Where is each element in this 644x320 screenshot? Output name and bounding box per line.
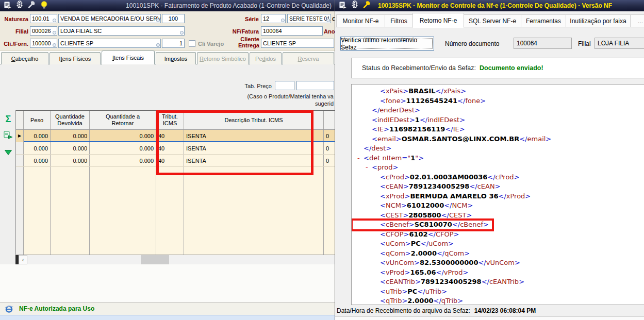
tab-sql-server-nfe[interactable]: SQL Server NF-e (464, 14, 521, 27)
grid-column-header[interactable]: TriOr (324, 111, 335, 129)
tab-itens-fiscais[interactable]: Itens Fiscais (102, 50, 155, 64)
grid-cell[interactable]: ISENTA (184, 130, 324, 142)
filial-field[interactable]: LOJA FILIA (595, 38, 644, 49)
natureza-desc-field[interactable]: VENDA DE MERCADORIA E/OU SERVI (58, 14, 161, 23)
grid-cell[interactable]: 0 (324, 142, 335, 154)
tab-ferramentas[interactable]: Ferramentas (521, 14, 566, 27)
tab-preco-desc-field[interactable] (296, 81, 334, 90)
grid-column-header[interactable]: QuantidadeDevolvida (51, 111, 90, 129)
itens-fiscais-grid[interactable]: PesoQuantidadeDevolvidaQuantidade aRetor… (15, 110, 335, 255)
tab-impostos[interactable]: Impostos (156, 52, 196, 64)
grid-cell[interactable]: 40 (156, 142, 184, 154)
sefaz-status-value: Documento enviado! (480, 64, 543, 72)
cli-desc-field[interactable]: CLIENTE SP (58, 39, 161, 48)
xml-line: <indIEDest>1</indIEDest> (355, 115, 644, 125)
grid-cell[interactable]: ISENTA (184, 155, 324, 166)
grid-column-header[interactable]: Peso (24, 111, 51, 129)
grid-column-header[interactable]: Quantidade aRetornar (90, 111, 156, 129)
tab-itens-fisicos[interactable]: Itens Físicos (49, 52, 101, 64)
table-row[interactable]: 0.0000.0000.00040ISENTA0 (16, 155, 335, 167)
nf-fatura-label: NF/Fatura (227, 28, 259, 35)
cliente-entrega-field[interactable]: CLIENTE SP (261, 39, 334, 48)
traffic-light-icon[interactable] (352, 1, 358, 11)
xml-line: <email>OSMAR.SANTOS@LINX.COM.BR</email> (355, 134, 644, 144)
verifica-retorno-button[interactable]: Verifica último retorno/envio Sefaz (340, 37, 434, 50)
table-row[interactable]: ▶0.0000.0000.00040ISENTA0 (16, 130, 335, 142)
grid-cell[interactable]: 0.000 (24, 155, 51, 166)
wrench-icon[interactable] (362, 1, 371, 11)
sefaz-datetime-row: Data/Hora de Recebimento do arquivo da S… (337, 307, 536, 314)
numero-documento-field[interactable]: 100064 (514, 38, 572, 49)
bulb-icon[interactable] (40, 1, 48, 11)
grid-column-line (156, 167, 156, 255)
row-indicator (16, 142, 24, 154)
scrollbar-thumb[interactable] (141, 255, 169, 264)
tab-preco-code-field[interactable] (275, 81, 294, 90)
natureza-code-field[interactable]: 100.01 (30, 14, 57, 23)
right-window-title: 100135SPK - Monitor de Controle da Nf-e … (371, 2, 612, 9)
down-arrow-icon[interactable] (4, 148, 12, 158)
xml-line: <xProd>BERMUDA AMARELO 36</xProd> (355, 192, 644, 201)
tab-pedidos[interactable]: Pedidos (250, 52, 282, 64)
traffic-light-icon[interactable] (16, 1, 23, 11)
grid-cell[interactable]: 0.000 (24, 142, 51, 154)
left-status-bar: NF-e Autorizada para Uso (0, 302, 335, 315)
tab-more[interactable]: ... (630, 14, 644, 27)
grid-cell[interactable]: 0.000 (51, 142, 90, 154)
sefaz-status-label: Status do Recebimento/Envio da Sefaz: (362, 64, 476, 72)
serie-desc-field[interactable]: SERIE TESTE 01.1 (287, 14, 331, 23)
form-icon[interactable] (4, 1, 12, 11)
grid-column-line (50, 167, 51, 255)
grid-cell[interactable]: 0.000 (24, 130, 51, 142)
right-titlebar[interactable]: 100135SPK - Monitor de Controle da Nf-e … (335, 0, 644, 11)
filial-desc-field[interactable]: LOJA FILIAL SC (58, 26, 185, 36)
tab-inutilizacao-por-faixa[interactable]: Inutilização por faixa (566, 14, 631, 27)
grid-cell[interactable]: 0.000 (51, 155, 90, 166)
grid-cell[interactable]: 0 (324, 155, 335, 166)
form-icon[interactable] (339, 1, 347, 11)
nfe-e-icon (4, 304, 14, 314)
cli-num-field[interactable]: 1 (162, 39, 185, 48)
grid-cell[interactable]: 0.000 (51, 130, 90, 142)
cliente-entrega-label-2: Entrega (235, 42, 259, 48)
row-indicator: ▶ (16, 130, 24, 142)
grid-cell[interactable]: 0 (324, 130, 335, 142)
grid-cell[interactable]: 0.000 (90, 130, 156, 142)
row-indicator (16, 155, 24, 166)
tab-cabecalho[interactable]: Cabeçalho (1, 52, 48, 64)
cli-code-field[interactable]: 100000 (30, 39, 57, 48)
scroll-left-button[interactable]: ‹ (19, 255, 27, 264)
grid-horizontal-scrollbar[interactable]: ‹ (15, 255, 335, 264)
tab-filtros[interactable]: Filtros (385, 14, 413, 27)
wrench-icon[interactable] (27, 1, 36, 11)
xml-line: <uCom>PC</uCom> (355, 239, 644, 249)
cli-varejo-checkbox[interactable] (189, 40, 195, 47)
tab-retorno-simbolico[interactable]: Retorno Simbólico (197, 52, 249, 64)
grid-cell[interactable]: ISENTA (184, 142, 324, 154)
filial-code-field[interactable]: 000026 (30, 26, 57, 36)
natureza-label: Natureza (0, 16, 28, 22)
xml-return-viewer[interactable]: <xPais>BRASIL</xPais><fone>11126545241</… (351, 84, 644, 305)
grid-cell[interactable]: 0.000 (90, 142, 156, 154)
tab-reserva[interactable]: Reserva (283, 52, 334, 64)
table-row[interactable]: 0.0000.0000.00040ISENTA0 (16, 142, 335, 155)
nf-fatura-field[interactable]: 100064 (261, 26, 323, 36)
tab-monitor-nfe[interactable]: Monitor NF-e (336, 14, 385, 27)
left-titlebar[interactable]: 100101SPK - Faturamento de Produto Acaba… (0, 0, 335, 11)
grid-column-header[interactable]: Tribut.ICMS (156, 111, 184, 129)
serie-code-field[interactable]: 12 (261, 14, 286, 23)
right-bottom-strip (335, 316, 644, 320)
tab-retorno-nfe[interactable]: Retorno NF-e (412, 13, 464, 28)
left-bottom-strip (0, 315, 335, 320)
copy-record-icon[interactable] (4, 131, 13, 141)
natureza-num-field[interactable]: 100 (162, 14, 185, 23)
grid-cell[interactable]: 40 (156, 155, 184, 166)
grid-cell[interactable]: 40 (156, 130, 184, 142)
grid-column-header[interactable]: Descrição Tribut. ICMS (184, 111, 324, 129)
cliente-entrega-label-1: Cliente (235, 36, 259, 42)
xml-line: <xPais>BRASIL</xPais> (355, 87, 644, 96)
grid-cell[interactable]: 0.000 (90, 155, 156, 166)
sum-icon[interactable]: Σ (6, 114, 11, 124)
left-lower-area (0, 264, 335, 302)
grid-side-toolbar: Σ (2, 114, 15, 158)
